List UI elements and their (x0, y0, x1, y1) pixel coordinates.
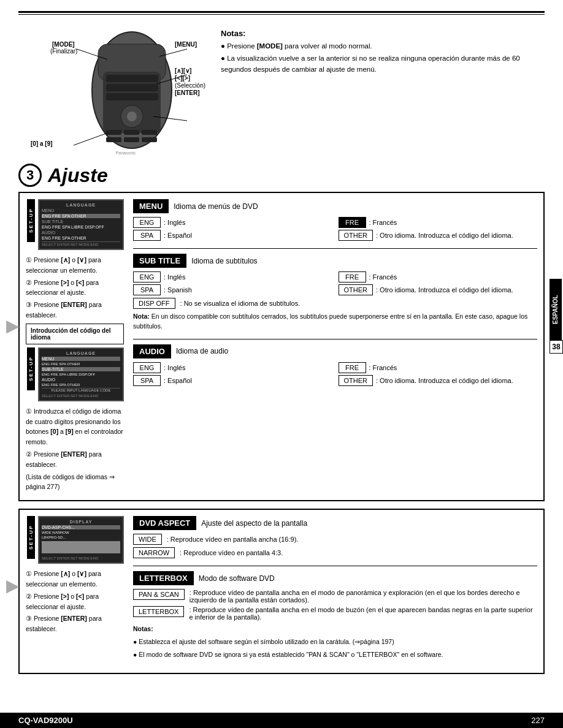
code-instr-2: ② Presione [ENTER] para establecer. (26, 449, 124, 470)
audio-fre-box[interactable]: FRE (339, 362, 366, 373)
subtitle-option-eng: ENG : Inglés (133, 271, 332, 282)
remote-section: Panasonic [MODE] (Finalizar) [MENU] [∧][… (18, 26, 545, 157)
instr-2b: ② Presione [>] o [<] para seleccionar el… (26, 591, 124, 612)
menu-header: MENU Idioma de menús de DVD (133, 199, 537, 213)
subtitle-name-box: SUB TITLE (133, 254, 186, 268)
menu-other-label: : Otro idioma. Introduzca el código del … (376, 232, 513, 239)
screen2-container: SET-UP LANGUAGE MENU ENG FRE SPA OTHER S… (38, 347, 124, 401)
svg-rect-8 (106, 130, 121, 135)
subtitle-setting: SUB TITLE Idioma de subtítulos ENG : Ing… (133, 254, 537, 332)
disp-off-box[interactable]: DISP OFF (133, 298, 175, 309)
side-number: 38 (550, 340, 563, 354)
audio-option-fre: FRE : Francés (339, 362, 538, 373)
screen3-row2: WIDE NARROW (42, 531, 120, 534)
menu-fre-label: : Francés (369, 219, 397, 226)
subtitle-option-spa: SPA : Spanish (133, 284, 332, 295)
section1-instructions: ① Presione [∧] o [∨] para seleccionar un… (26, 255, 124, 320)
setup-label-2: SET-UP (27, 347, 35, 390)
subtitle-other-box[interactable]: OTHER (339, 284, 373, 295)
audio-header: AUDIO Idioma de audio (133, 344, 537, 358)
subtitle-other-label: : Otro idioma. Introduzca el código del … (376, 286, 513, 294)
main-content: ▶ SET-UP LANGUAGE MENU ENG FRE SPA OTHER… (18, 192, 545, 674)
menu-option-other: OTHER : Otro idioma. Introduzca el códig… (339, 230, 538, 241)
menu-fre-box[interactable]: FRE (339, 217, 366, 228)
audio-other-label: : Otro idioma. Introduzca el código del … (376, 377, 513, 384)
top-decorative-lines (18, 11, 545, 15)
code-box: Introducción del código del idioma (26, 324, 124, 344)
lb-note-1: ● Establezca el ajuste del software segú… (133, 637, 537, 647)
enter-label: [ENTER] (175, 89, 200, 96)
narrow-row: NARROW : Reproduce vídeo en pantalla 4:3… (133, 547, 537, 558)
mode-label: [MODE] (52, 41, 75, 48)
instr-2c: ③ Presione [ENTER] para establecer. (26, 613, 124, 634)
subtitle-desc: Idioma de subtítulos (191, 257, 257, 265)
section1-right: MENU Idioma de menús de DVD ENG : Inglés… (133, 199, 537, 494)
audio-desc: Idioma de audio (176, 347, 228, 355)
sep3 (133, 566, 537, 566)
audio-eng-label: : Inglés (164, 364, 185, 371)
menu-option-spa: SPA : Español (133, 230, 332, 241)
screen1-mockup: LANGUAGE MENU ENG FRE SPA OTHER SUB TITL… (38, 199, 124, 250)
wide-label: : Reproduce vídeo en pantalla ancha (16:… (167, 536, 299, 543)
menu-option-fre: FRE : Francés (339, 217, 538, 228)
screen1-row1: MENU (42, 208, 120, 213)
disp-off-label: : No se visualiza el idioma de subtítulo… (180, 300, 301, 307)
svg-rect-12 (124, 137, 139, 142)
page-bar: CQ-VAD9200U 227 (0, 713, 563, 728)
menu-spa-box[interactable]: SPA (133, 230, 161, 241)
letterbox-box[interactable]: LETTERBOX (133, 606, 184, 617)
svg-rect-3 (106, 75, 158, 82)
screen2-please: PLEASE INPUT LANGUAGE CODE (42, 388, 120, 392)
section1-code-instructions: ① Introduzca el código de idioma de cuat… (26, 406, 124, 492)
step-number: 3 (18, 164, 42, 187)
wide-row: WIDE : Reproduce vídeo en pantalla ancha… (133, 534, 537, 545)
audio-option-spa: SPA : Español (133, 375, 332, 386)
svg-point-7 (127, 112, 137, 121)
subtitle-fre-box[interactable]: FRE (339, 271, 366, 282)
svg-rect-11 (106, 137, 121, 142)
section1-inner: SET-UP LANGUAGE MENU ENG FRE SPA OTHER S… (26, 199, 537, 494)
audio-other-box[interactable]: OTHER (339, 375, 373, 386)
audio-fre-label: : Francés (369, 364, 397, 371)
subtitle-eng-box[interactable]: ENG (133, 271, 161, 282)
screen2-row4: ENG FRE SPA LIBRE DISP.OFF (42, 373, 120, 376)
menu-eng-box[interactable]: ENG (133, 217, 161, 228)
screen2-row5: AUDIO (42, 377, 120, 382)
pan-scan-box[interactable]: PAN & SCAN (133, 589, 185, 600)
screen1-row6: ENG FRE SPA OTHER (42, 236, 120, 240)
letterbox-notes: Notas: ● Establezca el ajuste del softwa… (133, 624, 537, 659)
nums-label: [0] a [9] (31, 140, 53, 147)
screen1-row4: ENG FRE SPA LIBRE DISP.OFF (42, 225, 120, 229)
section2-instructions: ① Presione [∧] o [∨] para seleccionar un… (26, 569, 124, 634)
code-instr-3: (Lista de códigos de idiomas ⇒ página 27… (26, 472, 124, 493)
sep1 (133, 248, 537, 249)
svg-rect-9 (124, 130, 139, 135)
subtitle-option-other: OTHER : Otro idioma. Introduzca el códig… (339, 284, 538, 295)
letterbox-row: LETTERBOX : Reproduce vídeo de pantalla … (133, 606, 537, 621)
pan-scan-label: : Reproduce vídeo de pantalla ancha en e… (190, 589, 537, 604)
letterbox-label: : Reproduce vídeo de pantalla ancha en e… (189, 606, 537, 621)
dvd-aspect-setting: DVD ASPECT Ajuste del aspecto de la pant… (133, 516, 537, 558)
arrow-left-1: ▶ (6, 316, 20, 336)
svg-line-19 (74, 133, 107, 145)
screen1-container: SET-UP LANGUAGE MENU ENG FRE SPA OTHER S… (38, 199, 124, 250)
model-number: CQ-VAD9200U (18, 716, 73, 725)
section2-left: SET-UP DISPLAY DVD-ASP-CHS... WIDE NARRO… (26, 516, 124, 667)
subtitle-header: SUB TITLE Idioma de subtítulos (133, 254, 537, 268)
audio-eng-box[interactable]: ENG (133, 362, 161, 373)
screen1-row3: SUB TITLE (42, 219, 120, 224)
wide-box[interactable]: WIDE (133, 534, 162, 545)
section2-inner: SET-UP DISPLAY DVD-ASP-CHS... WIDE NARRO… (26, 516, 537, 667)
subtitle-spa-box[interactable]: SPA (133, 284, 161, 295)
menu-desc: Idioma de menús de DVD (174, 202, 258, 211)
svg-rect-13 (142, 137, 157, 142)
screen2-row6: ENG FRE SPA OTHER (42, 383, 120, 387)
menu-other-box[interactable]: OTHER (339, 230, 373, 241)
step-heading: 3 Ajuste (18, 164, 545, 187)
svg-rect-5 (106, 93, 158, 100)
letterbox-desc: Modo de software DVD (199, 574, 275, 583)
narrow-box[interactable]: NARROW (133, 547, 175, 558)
svg-rect-4 (106, 84, 158, 91)
arrow-left-2: ▶ (6, 575, 20, 596)
audio-spa-box[interactable]: SPA (133, 375, 161, 386)
